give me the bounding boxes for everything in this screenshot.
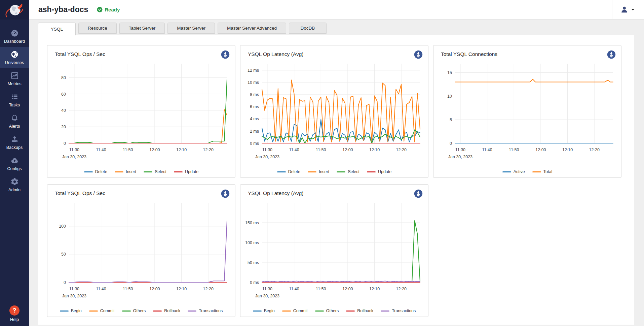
legend-item-insert[interactable]: Insert — [308, 169, 329, 174]
y-tick-label: 80 — [61, 75, 66, 80]
x-tick-label: 12:10 — [369, 148, 380, 152]
y-tick-label: 0 ms — [250, 141, 259, 146]
tab-master-server[interactable]: Master Server — [167, 23, 215, 34]
series-line-transactions — [69, 221, 227, 282]
legend-item-delete[interactable]: Delete — [84, 169, 107, 174]
y-tick-label: 100 — [59, 224, 66, 229]
legend-swatch — [346, 311, 355, 312]
prometheus-link-icon[interactable] — [221, 50, 230, 59]
tab-resource[interactable]: Resource — [78, 23, 117, 34]
sidebar-item-metrics[interactable]: Metrics — [0, 68, 29, 89]
legend-item-select[interactable]: Select — [144, 169, 166, 174]
backups-upload-icon — [10, 135, 19, 143]
legend-swatch — [532, 171, 541, 172]
ready-check-icon — [97, 7, 103, 12]
legend-item-update[interactable]: Update — [367, 169, 391, 174]
user-menu[interactable] — [612, 6, 644, 13]
sidebar-item-tasks[interactable]: Tasks — [0, 89, 29, 110]
legend-label: Others — [326, 308, 339, 313]
y-tick-label: 8 ms — [250, 92, 259, 97]
legend-item-delete[interactable]: Delete — [277, 169, 300, 174]
x-tick-label: 12:10 — [176, 287, 187, 291]
x-tick-label: 11:30 — [69, 148, 79, 152]
chart-plot: 0 ms50 ms100 ms150 ms11:3011:4011:5012:0… — [240, 199, 428, 306]
y-tick-label: 4 ms — [250, 117, 259, 121]
sidebar-item-dashboard[interactable]: Dashboard — [0, 26, 29, 47]
y-tick-label: 0 — [64, 141, 66, 146]
legend-item-active[interactable]: Active — [502, 169, 525, 174]
legend-label: Transactions — [199, 308, 223, 313]
topbar: ash-yba-docs Ready — [29, 0, 644, 20]
prometheus-link-icon[interactable] — [414, 189, 423, 198]
legend-item-others[interactable]: Others — [315, 308, 339, 313]
legend-swatch — [89, 311, 98, 312]
legend-swatch — [188, 311, 196, 312]
sidebar-item-help[interactable]: ? Help — [0, 305, 29, 322]
sidebar-item-label: Backups — [6, 145, 23, 150]
sidebar-item-admin[interactable]: Admin — [0, 174, 29, 195]
legend-item-begin[interactable]: Begin — [60, 308, 82, 313]
y-tick-label: 10 — [447, 94, 452, 99]
legend-item-commit[interactable]: Commit — [282, 308, 308, 313]
legend-label: Transactions — [392, 308, 416, 313]
sidebar: Dashboard Universes Metrics — [0, 0, 29, 326]
prometheus-link-icon[interactable] — [221, 189, 230, 198]
x-axis-date-label: Jan 30, 2023 — [255, 294, 279, 298]
legend-item-begin[interactable]: Begin — [253, 308, 275, 313]
legend-item-commit[interactable]: Commit — [89, 308, 115, 313]
x-tick-label: 11:40 — [289, 287, 299, 291]
x-tick-label: 12:00 — [149, 148, 160, 152]
chart-legend: BeginCommitOthersRollbackTransactions — [240, 306, 428, 316]
legend-item-insert[interactable]: Insert — [115, 169, 136, 174]
legend-item-total[interactable]: Total — [532, 169, 552, 174]
sidebar-item-universes[interactable]: Universes — [0, 47, 29, 68]
topbar-right — [612, 0, 644, 19]
legend-item-rollback[interactable]: Rollback — [346, 308, 373, 313]
legend-item-others[interactable]: Others — [122, 308, 146, 313]
prometheus-link-icon[interactable] — [607, 50, 616, 59]
legend-label: Insert — [319, 169, 329, 174]
x-tick-label: 11:30 — [262, 287, 272, 291]
chart-panel-total-ysql-ops: Total YSQL Ops / Sec 02040608011:3011:40… — [47, 45, 235, 178]
sidebar-item-backups[interactable]: Backups — [0, 132, 29, 153]
x-tick-label: 11:50 — [123, 148, 133, 152]
tab-tablet-server[interactable]: Tablet Server — [119, 23, 165, 34]
x-axis-date-label: Jan 30, 2023 — [255, 155, 279, 159]
sidebar-item-alerts[interactable]: Alerts — [0, 110, 29, 132]
sidebar-item-label: Tasks — [9, 103, 20, 107]
legend-label: Total — [543, 169, 552, 174]
legend-swatch — [277, 171, 286, 172]
legend-item-rollback[interactable]: Rollback — [153, 308, 180, 313]
x-tick-label: 11:40 — [96, 287, 106, 291]
y-tick-label: 50 — [61, 252, 66, 257]
page-title: ash-yba-docs — [38, 5, 88, 14]
chart-title: Total YSQL Connections — [441, 50, 497, 57]
x-tick-label: 11:50 — [316, 287, 326, 291]
legend-item-transactions[interactable]: Transactions — [188, 308, 223, 313]
tab-docdb[interactable]: DocDB — [289, 23, 327, 34]
legend-item-update[interactable]: Update — [174, 169, 198, 174]
chart-panel-ysql-op-latency: YSQL Op Latency (Avg) 0 ms2 ms4 ms6 ms8 … — [240, 45, 428, 178]
y-tick-label: 2 ms — [250, 129, 259, 134]
legend-item-transactions[interactable]: Transactions — [381, 308, 416, 313]
y-tick-label: 20 — [61, 125, 66, 129]
legend-label: Commit — [293, 308, 308, 313]
tab-master-server-advanced[interactable]: Master Server Advanced — [218, 23, 286, 34]
yugabyte-logo[interactable] — [0, 0, 29, 20]
legend-swatch — [60, 311, 69, 312]
y-tick-label: 0 — [64, 280, 66, 285]
x-tick-label: 11:50 — [509, 148, 519, 152]
prometheus-link-icon[interactable] — [414, 50, 423, 59]
legend-item-select[interactable]: Select — [337, 169, 359, 174]
tasks-list-icon — [10, 93, 19, 101]
status-badge: Ready — [97, 7, 120, 12]
x-tick-label: 11:50 — [316, 148, 326, 152]
charts-grid: Total YSQL Ops / Sec 02040608011:3011:40… — [47, 45, 621, 317]
x-tick-label: 11:30 — [262, 148, 272, 152]
sidebar-item-configs[interactable]: Configs — [0, 153, 29, 174]
x-tick-label: 12:20 — [589, 148, 600, 152]
legend-swatch — [381, 311, 389, 312]
x-tick-label: 11:30 — [455, 148, 465, 152]
legend-label: Begin — [264, 308, 275, 313]
tab-ysql[interactable]: YSQL — [38, 23, 76, 35]
